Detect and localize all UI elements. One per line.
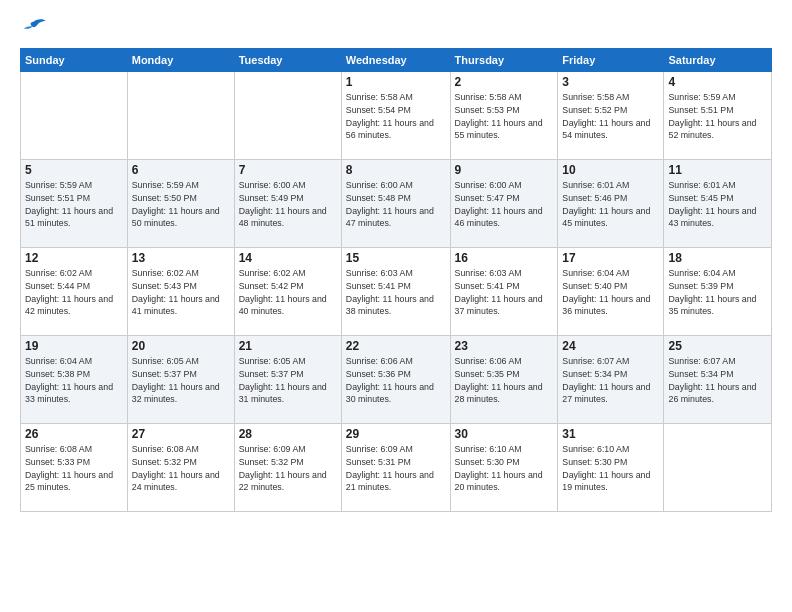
calendar-cell: 18Sunrise: 6:04 AM Sunset: 5:39 PM Dayli…	[664, 248, 772, 336]
day-number: 30	[455, 427, 554, 441]
day-number: 21	[239, 339, 337, 353]
weekday-header: Sunday	[21, 49, 128, 72]
calendar-cell: 2Sunrise: 5:58 AM Sunset: 5:53 PM Daylig…	[450, 72, 558, 160]
day-number: 24	[562, 339, 659, 353]
day-info: Sunrise: 6:00 AM Sunset: 5:48 PM Dayligh…	[346, 179, 446, 230]
calendar-cell: 15Sunrise: 6:03 AM Sunset: 5:41 PM Dayli…	[341, 248, 450, 336]
day-number: 13	[132, 251, 230, 265]
day-number: 9	[455, 163, 554, 177]
calendar-cell	[21, 72, 128, 160]
calendar-cell	[664, 424, 772, 512]
day-info: Sunrise: 6:07 AM Sunset: 5:34 PM Dayligh…	[668, 355, 767, 406]
day-info: Sunrise: 6:07 AM Sunset: 5:34 PM Dayligh…	[562, 355, 659, 406]
calendar-cell: 3Sunrise: 5:58 AM Sunset: 5:52 PM Daylig…	[558, 72, 664, 160]
calendar-cell: 7Sunrise: 6:00 AM Sunset: 5:49 PM Daylig…	[234, 160, 341, 248]
day-number: 19	[25, 339, 123, 353]
day-number: 1	[346, 75, 446, 89]
day-number: 5	[25, 163, 123, 177]
day-number: 3	[562, 75, 659, 89]
calendar-cell: 4Sunrise: 5:59 AM Sunset: 5:51 PM Daylig…	[664, 72, 772, 160]
day-number: 20	[132, 339, 230, 353]
day-info: Sunrise: 6:03 AM Sunset: 5:41 PM Dayligh…	[346, 267, 446, 318]
day-number: 12	[25, 251, 123, 265]
calendar-cell: 26Sunrise: 6:08 AM Sunset: 5:33 PM Dayli…	[21, 424, 128, 512]
calendar-cell	[234, 72, 341, 160]
day-number: 31	[562, 427, 659, 441]
calendar-cell: 13Sunrise: 6:02 AM Sunset: 5:43 PM Dayli…	[127, 248, 234, 336]
calendar-week-row: 5Sunrise: 5:59 AM Sunset: 5:51 PM Daylig…	[21, 160, 772, 248]
day-info: Sunrise: 5:58 AM Sunset: 5:53 PM Dayligh…	[455, 91, 554, 142]
day-info: Sunrise: 6:00 AM Sunset: 5:49 PM Dayligh…	[239, 179, 337, 230]
day-info: Sunrise: 6:04 AM Sunset: 5:40 PM Dayligh…	[562, 267, 659, 318]
calendar-cell: 9Sunrise: 6:00 AM Sunset: 5:47 PM Daylig…	[450, 160, 558, 248]
calendar-week-row: 19Sunrise: 6:04 AM Sunset: 5:38 PM Dayli…	[21, 336, 772, 424]
day-info: Sunrise: 6:04 AM Sunset: 5:38 PM Dayligh…	[25, 355, 123, 406]
day-number: 23	[455, 339, 554, 353]
weekday-header: Wednesday	[341, 49, 450, 72]
weekday-header: Thursday	[450, 49, 558, 72]
calendar-week-row: 26Sunrise: 6:08 AM Sunset: 5:33 PM Dayli…	[21, 424, 772, 512]
day-info: Sunrise: 6:06 AM Sunset: 5:36 PM Dayligh…	[346, 355, 446, 406]
calendar-cell: 17Sunrise: 6:04 AM Sunset: 5:40 PM Dayli…	[558, 248, 664, 336]
weekday-row: SundayMondayTuesdayWednesdayThursdayFrid…	[21, 49, 772, 72]
day-number: 29	[346, 427, 446, 441]
day-info: Sunrise: 6:08 AM Sunset: 5:33 PM Dayligh…	[25, 443, 123, 494]
day-number: 15	[346, 251, 446, 265]
day-info: Sunrise: 6:10 AM Sunset: 5:30 PM Dayligh…	[562, 443, 659, 494]
header	[20, 18, 772, 40]
day-info: Sunrise: 6:00 AM Sunset: 5:47 PM Dayligh…	[455, 179, 554, 230]
calendar-body: 1Sunrise: 5:58 AM Sunset: 5:54 PM Daylig…	[21, 72, 772, 512]
day-info: Sunrise: 5:59 AM Sunset: 5:51 PM Dayligh…	[668, 91, 767, 142]
day-number: 25	[668, 339, 767, 353]
day-number: 26	[25, 427, 123, 441]
calendar-cell: 12Sunrise: 6:02 AM Sunset: 5:44 PM Dayli…	[21, 248, 128, 336]
day-number: 2	[455, 75, 554, 89]
day-number: 10	[562, 163, 659, 177]
calendar-week-row: 12Sunrise: 6:02 AM Sunset: 5:44 PM Dayli…	[21, 248, 772, 336]
day-info: Sunrise: 6:06 AM Sunset: 5:35 PM Dayligh…	[455, 355, 554, 406]
calendar-cell: 8Sunrise: 6:00 AM Sunset: 5:48 PM Daylig…	[341, 160, 450, 248]
calendar-table: SundayMondayTuesdayWednesdayThursdayFrid…	[20, 48, 772, 512]
day-info: Sunrise: 6:09 AM Sunset: 5:31 PM Dayligh…	[346, 443, 446, 494]
day-info: Sunrise: 5:58 AM Sunset: 5:52 PM Dayligh…	[562, 91, 659, 142]
day-number: 6	[132, 163, 230, 177]
day-info: Sunrise: 6:02 AM Sunset: 5:42 PM Dayligh…	[239, 267, 337, 318]
calendar-cell: 27Sunrise: 6:08 AM Sunset: 5:32 PM Dayli…	[127, 424, 234, 512]
weekday-header: Monday	[127, 49, 234, 72]
day-info: Sunrise: 6:02 AM Sunset: 5:43 PM Dayligh…	[132, 267, 230, 318]
day-info: Sunrise: 6:01 AM Sunset: 5:46 PM Dayligh…	[562, 179, 659, 230]
day-info: Sunrise: 6:04 AM Sunset: 5:39 PM Dayligh…	[668, 267, 767, 318]
weekday-header: Tuesday	[234, 49, 341, 72]
calendar-cell: 14Sunrise: 6:02 AM Sunset: 5:42 PM Dayli…	[234, 248, 341, 336]
day-number: 11	[668, 163, 767, 177]
page: SundayMondayTuesdayWednesdayThursdayFrid…	[0, 0, 792, 522]
day-number: 27	[132, 427, 230, 441]
calendar-cell: 25Sunrise: 6:07 AM Sunset: 5:34 PM Dayli…	[664, 336, 772, 424]
calendar-cell: 31Sunrise: 6:10 AM Sunset: 5:30 PM Dayli…	[558, 424, 664, 512]
day-info: Sunrise: 6:05 AM Sunset: 5:37 PM Dayligh…	[239, 355, 337, 406]
calendar-cell	[127, 72, 234, 160]
day-info: Sunrise: 6:08 AM Sunset: 5:32 PM Dayligh…	[132, 443, 230, 494]
day-number: 28	[239, 427, 337, 441]
weekday-header: Friday	[558, 49, 664, 72]
day-number: 8	[346, 163, 446, 177]
day-number: 14	[239, 251, 337, 265]
calendar-cell: 29Sunrise: 6:09 AM Sunset: 5:31 PM Dayli…	[341, 424, 450, 512]
calendar-cell: 10Sunrise: 6:01 AM Sunset: 5:46 PM Dayli…	[558, 160, 664, 248]
calendar-cell: 21Sunrise: 6:05 AM Sunset: 5:37 PM Dayli…	[234, 336, 341, 424]
weekday-header: Saturday	[664, 49, 772, 72]
day-number: 16	[455, 251, 554, 265]
day-number: 17	[562, 251, 659, 265]
calendar-cell: 6Sunrise: 5:59 AM Sunset: 5:50 PM Daylig…	[127, 160, 234, 248]
calendar-week-row: 1Sunrise: 5:58 AM Sunset: 5:54 PM Daylig…	[21, 72, 772, 160]
calendar-header: SundayMondayTuesdayWednesdayThursdayFrid…	[21, 49, 772, 72]
calendar-cell: 1Sunrise: 5:58 AM Sunset: 5:54 PM Daylig…	[341, 72, 450, 160]
calendar-cell: 23Sunrise: 6:06 AM Sunset: 5:35 PM Dayli…	[450, 336, 558, 424]
day-info: Sunrise: 6:02 AM Sunset: 5:44 PM Dayligh…	[25, 267, 123, 318]
day-info: Sunrise: 6:09 AM Sunset: 5:32 PM Dayligh…	[239, 443, 337, 494]
logo-icon	[20, 18, 48, 40]
day-info: Sunrise: 6:01 AM Sunset: 5:45 PM Dayligh…	[668, 179, 767, 230]
day-info: Sunrise: 6:03 AM Sunset: 5:41 PM Dayligh…	[455, 267, 554, 318]
day-info: Sunrise: 5:59 AM Sunset: 5:51 PM Dayligh…	[25, 179, 123, 230]
day-number: 18	[668, 251, 767, 265]
